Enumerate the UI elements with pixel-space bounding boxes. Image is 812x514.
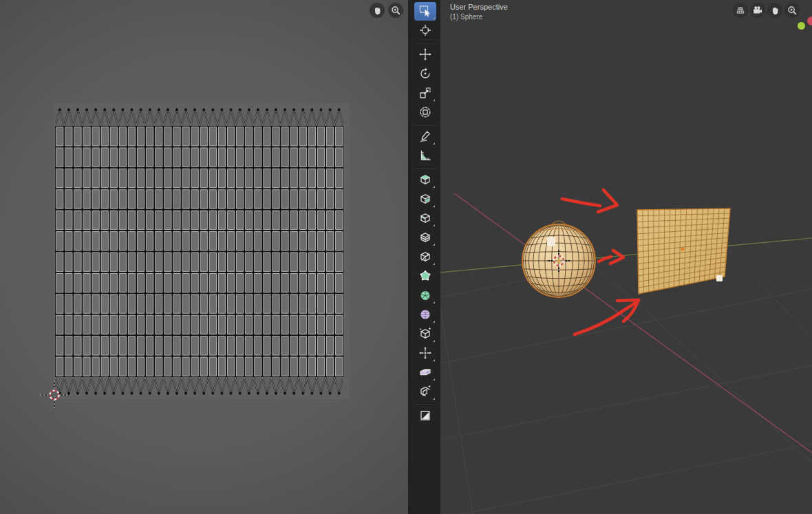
pan-button[interactable] [767, 3, 782, 18]
edge-slide-icon [418, 327, 432, 341]
measure-icon [418, 149, 432, 162]
uv-editor-panel: ‹ [0, 0, 408, 514]
uv-unwrapped-mesh[interactable] [55, 108, 343, 395]
camera-icon [752, 5, 763, 16]
gizmo-y-axis-dot[interactable] [798, 22, 805, 30]
rip-edge-icon [418, 409, 432, 422]
tool-spin[interactable] [414, 286, 436, 305]
move-icon [418, 47, 432, 61]
object-origin-dot [681, 247, 684, 250]
tool-shear[interactable] [414, 363, 436, 382]
shrink-fatten-icon [418, 346, 432, 360]
spin-icon [418, 288, 432, 302]
zoom-in-icon [390, 5, 401, 16]
tool-transform[interactable] [414, 103, 436, 122]
persp-grid-icon [735, 5, 746, 16]
hand-icon [372, 5, 383, 16]
tool-rip-edge[interactable] [414, 407, 436, 425]
tool-extrude-region[interactable] [414, 171, 436, 189]
tool-scale[interactable] [414, 84, 436, 103]
viewport-3d-canvas[interactable] [410, 0, 812, 514]
tool-inset-faces[interactable] [414, 190, 436, 208]
cursor-icon [418, 23, 432, 37]
rotate-icon [418, 67, 432, 81]
active-face-dot [547, 237, 555, 246]
edit-mode-toolbar [410, 0, 440, 514]
toolbar-separator [415, 167, 436, 168]
uv-editor-nav-controls: ‹ [370, 3, 408, 18]
tool-poly-build[interactable] [414, 267, 436, 286]
toolbar-separator [415, 42, 436, 43]
tool-bevel[interactable] [414, 209, 436, 228]
smooth-icon [418, 308, 432, 321]
viewport-nav-controls [733, 3, 800, 18]
annotate-icon [418, 129, 432, 143]
scale-icon [418, 86, 432, 100]
tool-measure[interactable] [414, 147, 436, 165]
rip-region-icon [418, 385, 432, 398]
zoom-button[interactable] [784, 3, 800, 18]
zoom-in-icon [787, 5, 798, 16]
toolbar-separator [415, 403, 436, 404]
tool-cursor[interactable] [414, 21, 436, 40]
tool-smooth[interactable] [414, 306, 436, 324]
poly-build-icon [418, 269, 432, 283]
shear-icon [418, 365, 432, 379]
loop-cut-icon [418, 231, 432, 244]
select-box-icon [418, 4, 432, 18]
tool-knife[interactable] [414, 248, 436, 266]
gizmo-x-axis-dot[interactable] [807, 17, 812, 25]
pan-button[interactable] [370, 3, 385, 18]
viewport-3d-panel: User Perspective (1) Sphere [410, 0, 812, 514]
knife-icon [418, 250, 432, 264]
active-corner-dot [716, 275, 723, 281]
tool-edge-slide[interactable] [414, 325, 436, 343]
extrude-icon [418, 173, 432, 186]
zoom-button[interactable] [388, 3, 403, 18]
tool-rotate[interactable] [414, 65, 436, 83]
tool-move[interactable] [414, 45, 436, 64]
hand-icon [769, 5, 780, 16]
tool-rip-region[interactable] [414, 383, 436, 401]
toolbar-separator [415, 124, 436, 125]
tool-annotate[interactable] [414, 127, 436, 146]
uv-canvas [0, 0, 408, 514]
toggle-projection-button[interactable] [733, 3, 748, 18]
bevel-icon [418, 211, 432, 225]
camera-view-button[interactable] [750, 3, 765, 18]
tool-loop-cut[interactable] [414, 228, 436, 247]
tool-select-box[interactable] [414, 2, 436, 21]
inset-icon [418, 192, 432, 206]
transform-icon [418, 105, 432, 119]
tool-shrink-fatten[interactable] [414, 344, 436, 363]
